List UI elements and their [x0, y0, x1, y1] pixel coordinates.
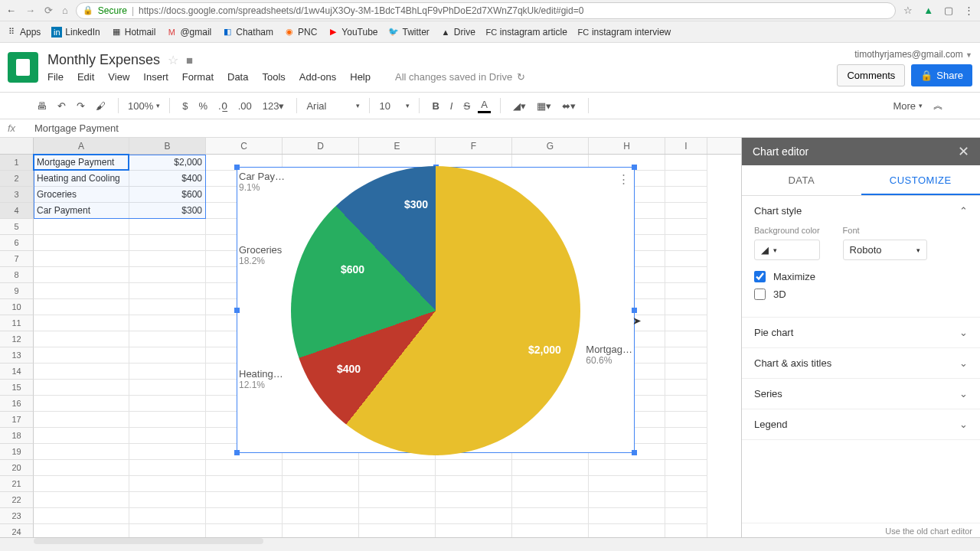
row-header[interactable]: 21	[0, 476, 34, 492]
menu-addons[interactable]: Add-ons	[299, 71, 336, 83]
cell[interactable]	[359, 492, 436, 508]
star-icon[interactable]: ☆	[903, 5, 913, 16]
home-icon[interactable]: ⌂	[62, 5, 68, 16]
row-header[interactable]: 11	[0, 315, 34, 331]
cell[interactable]	[359, 508, 436, 524]
cell[interactable]	[129, 508, 206, 524]
cell[interactable]	[34, 235, 129, 251]
redo-icon[interactable]: ↷	[74, 99, 88, 113]
maximize-checkbox[interactable]: Maximize	[754, 271, 968, 282]
row-header[interactable]: 15	[0, 380, 34, 396]
cell[interactable]	[589, 508, 665, 524]
star-doc-icon[interactable]: ☆	[168, 53, 178, 67]
cell[interactable]	[129, 476, 206, 492]
cell[interactable]	[129, 251, 206, 267]
bold-icon[interactable]: B	[429, 99, 442, 113]
share-button[interactable]: 🔒Share	[911, 64, 972, 86]
row-header[interactable]: 20	[0, 460, 34, 476]
menu-data[interactable]: Data	[227, 71, 248, 83]
cell[interactable]	[34, 299, 129, 315]
bg-color-dropdown[interactable]: ◢▾	[754, 240, 820, 260]
cell[interactable]	[34, 460, 129, 476]
cell[interactable]	[34, 492, 129, 508]
cell[interactable]	[206, 476, 283, 492]
cell[interactable]	[436, 476, 512, 492]
row-header[interactable]: 18	[0, 428, 34, 444]
col-header-i[interactable]: I	[665, 138, 707, 154]
user-email[interactable]: timothyrjames@gmail.com	[854, 49, 963, 60]
print-icon[interactable]: 🖶	[34, 99, 50, 113]
cell[interactable]	[283, 508, 359, 524]
font-dropdown[interactable]: Arial▾	[306, 100, 360, 112]
cell[interactable]	[359, 476, 436, 492]
menu-help[interactable]: Help	[350, 71, 371, 83]
reload-icon[interactable]: ⟳	[44, 5, 53, 16]
row-header[interactable]: 7	[0, 251, 34, 267]
cell[interactable]	[34, 315, 129, 331]
cell[interactable]	[665, 412, 707, 428]
cell[interactable]	[436, 492, 512, 508]
cell[interactable]	[665, 460, 707, 476]
cell[interactable]	[665, 476, 707, 492]
row-header[interactable]: 8	[0, 267, 34, 283]
fill-color-icon[interactable]: ◢▾	[510, 99, 529, 113]
undo-icon[interactable]: ↶	[54, 99, 69, 113]
cell[interactable]: $300	[129, 203, 206, 219]
cell[interactable]	[34, 508, 129, 524]
cell[interactable]	[665, 428, 707, 444]
cell[interactable]	[665, 283, 707, 299]
cell[interactable]	[34, 476, 129, 492]
col-header-a[interactable]: A	[34, 138, 129, 154]
collapse-toolbar-icon[interactable]: ︽	[930, 97, 946, 114]
bookmark-twitter[interactable]: 🐦Twitter	[388, 27, 429, 37]
account-chevron-icon[interactable]: ▼	[965, 51, 972, 59]
tab-data[interactable]: DATA	[742, 165, 861, 195]
row-header[interactable]: 12	[0, 331, 34, 347]
section-legend[interactable]: Legend⌄	[742, 409, 980, 439]
cell[interactable]	[34, 412, 129, 428]
back-icon[interactable]: ←	[6, 5, 16, 16]
cell[interactable]	[129, 267, 206, 283]
formula-bar[interactable]: fx Mortgage Payment	[0, 119, 980, 138]
cell[interactable]	[34, 396, 129, 412]
percent-icon[interactable]: %	[195, 99, 211, 113]
row-header[interactable]: 23	[0, 508, 34, 524]
row-header[interactable]: 9	[0, 283, 34, 299]
cell[interactable]: Mortgage Payment	[34, 155, 129, 171]
cell[interactable]	[206, 460, 283, 476]
merge-icon[interactable]: ⬌▾	[559, 99, 579, 113]
menu-format[interactable]: Format	[182, 71, 214, 83]
cell[interactable]	[359, 460, 436, 476]
cell[interactable]	[283, 476, 359, 492]
tab-customize[interactable]: CUSTOMIZE	[861, 165, 981, 195]
cell[interactable]	[206, 524, 283, 537]
row-header[interactable]: 3	[0, 187, 34, 203]
cell[interactable]	[129, 492, 206, 508]
cell[interactable]	[436, 460, 512, 476]
cell[interactable]	[665, 267, 707, 283]
menu-view[interactable]: View	[108, 71, 129, 83]
cell[interactable]	[665, 219, 707, 235]
cell[interactable]	[665, 380, 707, 396]
cell[interactable]	[512, 524, 589, 537]
bookmark-apps[interactable]: ⠿Apps	[6, 27, 41, 37]
bookmark-chatham[interactable]: ◧Chatham	[222, 27, 273, 37]
cell[interactable]	[665, 347, 707, 364]
row-header[interactable]: 17	[0, 412, 34, 428]
section-chart-style[interactable]: Chart style⌃	[742, 196, 980, 226]
cell[interactable]	[129, 364, 206, 380]
menu-insert[interactable]: Insert	[143, 71, 168, 83]
cell[interactable]	[665, 235, 707, 251]
col-header-c[interactable]: C	[206, 138, 283, 154]
select-all-corner[interactable]	[0, 138, 34, 154]
dec-decrease-icon[interactable]: .0̲	[215, 99, 230, 113]
cell[interactable]	[283, 460, 359, 476]
folder-icon[interactable]: ■	[186, 54, 193, 67]
cell[interactable]	[512, 476, 589, 492]
cell[interactable]	[129, 444, 206, 460]
close-icon[interactable]: ✕	[958, 143, 969, 160]
cell[interactable]	[129, 219, 206, 235]
cell[interactable]	[665, 364, 707, 380]
row-header[interactable]: 4	[0, 203, 34, 219]
strike-icon[interactable]: S	[460, 99, 473, 113]
